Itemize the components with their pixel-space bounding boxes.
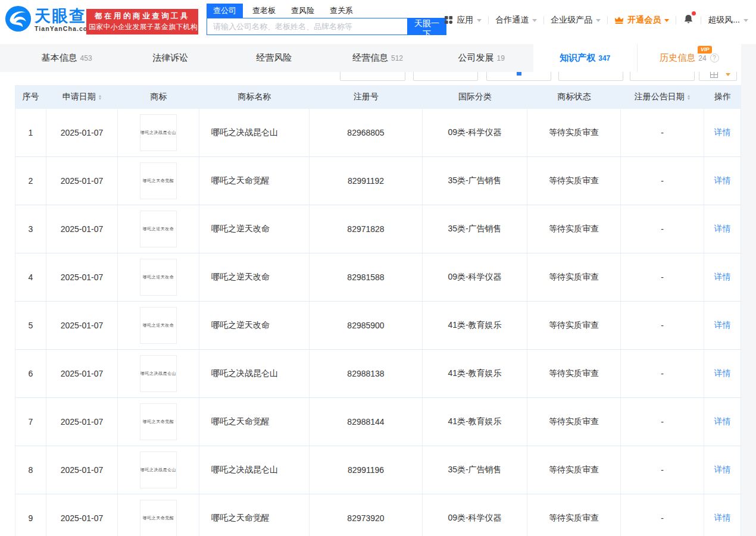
col-header-trademark-name: 商标名称 [199,85,310,109]
trademark-image[interactable]: 哪吒之决战昆仑山 [140,355,177,392]
sort-icon[interactable] [687,94,691,101]
search-input[interactable] [207,18,407,35]
cell-status: 等待实质审查 [527,398,621,446]
cell-trademark-image: 哪吒之决战昆仑山 [118,446,199,494]
nav-apps-label: 应用 [457,15,473,26]
cell-trademark-image: 哪吒之逆天改命 [118,302,199,349]
detail-link[interactable]: 详情 [714,272,731,283]
sort-icon[interactable] [98,94,102,101]
col-header-apply-date[interactable]: 申请日期 [46,85,118,109]
cell-action: 详情 [704,350,741,397]
col-header-publication-date[interactable]: 注册公告日期 [621,85,704,109]
trademark-image[interactable]: 哪吒之天命觉醒 [140,500,177,536]
cell-status: 等待实质审查 [527,109,621,156]
tab-intellectual-property[interactable]: 知识产权 347 [533,44,637,72]
tab-operation-risk[interactable]: 经营风险 [222,44,326,72]
cell-status: 等待实质审查 [527,253,621,301]
detail-link[interactable]: 详情 [714,368,731,379]
trademark-image[interactable]: 哪吒之逆天改命 [140,211,177,247]
cell-apply-date: 2025-01-07 [46,446,118,494]
cell-trademark-name: 哪吒之决战昆仑山 [199,350,310,397]
table-header-row: 序号 申请日期 商标 商标名称 注册号 国际分类 商标状态 注册公告日期 操作 [15,85,741,109]
cell-index: 6 [15,350,46,397]
tab-history-info[interactable]: VIP 历史信息 24 ? [637,44,741,72]
cell-apply-date: 2025-01-07 [46,350,118,397]
cell-index: 9 [15,494,46,536]
tab-count: 453 [80,54,92,62]
cell-action: 详情 [704,446,741,494]
tab-legal-litigation[interactable]: 法律诉讼 [118,44,222,72]
trademark-image[interactable]: 哪吒之逆天改命 [140,307,177,344]
tab-label: 历史信息 [660,52,695,64]
nav-apps[interactable]: 应用 [438,15,488,26]
trademark-image[interactable]: 哪吒之逆天改命 [140,259,177,296]
search-tab-relation[interactable]: 查关系 [330,5,353,16]
tab-label: 知识产权 [560,52,595,64]
table-row: 4 2025-01-07 哪吒之逆天改命 哪吒之逆天改命 82981588 09… [15,253,741,302]
cell-registration-no: 82991196 [310,446,423,494]
cell-intl-class: 41类-教育娱乐 [423,350,527,397]
table-row: 6 2025-01-07 哪吒之决战昆仑山 哪吒之决战昆仑山 82988138 … [15,350,741,398]
search-tab-company[interactable]: 查公司 [207,4,243,18]
nav-membership-label: 开通会员 [627,15,661,26]
cell-action: 详情 [704,157,741,205]
cell-trademark-image: 哪吒之逆天改命 [118,253,199,301]
logo-subtitle: TianYanCha.com [35,25,94,32]
tab-business-info[interactable]: 经营信息 512 [326,44,429,72]
detail-link[interactable]: 详情 [714,175,731,186]
trademark-image[interactable]: 哪吒之决战昆仑山 [140,114,177,151]
top-header: 天眼查 TianYanCha.com 都在用的商业查询工具 国家中小企业发展子基… [0,0,756,37]
tab-basic-info[interactable]: 基本信息 453 [15,44,118,72]
cell-trademark-name: 哪吒之逆天改命 [199,205,310,253]
cell-trademark-name: 哪吒之决战昆仑山 [199,109,310,156]
tab-company-development[interactable]: 公司发展 19 [430,44,533,72]
cell-intl-class: 09类-科学仪器 [423,109,527,156]
slogan-line1: 都在用的商业查询工具 [89,11,196,21]
trademark-image[interactable]: 哪吒之决战昆仑山 [140,452,177,488]
detail-link[interactable]: 详情 [714,513,731,524]
tab-label: 基本信息 [42,52,77,64]
col-header-registration-no: 注册号 [310,85,423,109]
chevron-down-icon [596,19,601,22]
detail-link[interactable]: 详情 [714,224,731,234]
nav-cooperation[interactable]: 合作通道 [489,15,543,26]
eye-logo-icon [5,5,32,35]
cell-trademark-image: 哪吒之逆天改命 [118,205,199,253]
nav-enterprise-products[interactable]: 企业级产品 [544,15,607,26]
cell-trademark-image: 哪吒之决战昆仑山 [118,109,199,156]
detail-link[interactable]: 详情 [714,127,731,138]
cell-trademark-name: 哪吒之逆天改命 [199,302,310,349]
tab-label: 经营风险 [256,52,292,64]
cell-trademark-image: 哪吒之天命觉醒 [118,494,199,536]
cell-registration-no: 82988138 [310,350,423,397]
detail-link[interactable]: 详情 [714,320,731,331]
col-header-index: 序号 [15,85,46,109]
cell-intl-class: 41类-教育娱乐 [423,398,527,446]
cell-trademark-image: 哪吒之天命觉醒 [118,398,199,446]
cell-publication-date: - [621,398,704,446]
search-tab-risk[interactable]: 查风险 [291,5,314,16]
cell-apply-date: 2025-01-07 [46,205,118,253]
cell-intl-class: 09类-科学仪器 [423,494,527,536]
nav-open-membership[interactable]: 开通会员 [608,15,676,26]
cell-registration-no: 82991192 [310,157,423,205]
trademark-image[interactable]: 哪吒之天命觉醒 [140,162,177,199]
cell-trademark-image: 哪吒之天命觉醒 [118,157,199,205]
search-tab-boss[interactable]: 查老板 [252,5,276,16]
page-gutter [741,72,756,536]
tianyancha-logo[interactable]: 天眼查 TianYanCha.com [5,5,94,35]
cell-publication-date: - [621,446,704,494]
nav-super-risk[interactable]: 超级风... [701,15,755,26]
detail-link[interactable]: 详情 [714,465,731,475]
chevron-down-icon [726,73,730,76]
detail-link[interactable]: 详情 [714,416,731,427]
cell-action: 详情 [704,109,741,156]
cell-trademark-image: 哪吒之决战昆仑山 [118,350,199,397]
trademark-image[interactable]: 哪吒之天命觉醒 [140,403,177,440]
notifications-bell[interactable] [676,14,701,26]
tab-label: 法律诉讼 [152,52,188,64]
cell-index: 7 [15,398,46,446]
chevron-down-icon [743,19,748,22]
help-icon[interactable]: ? [710,54,719,62]
table-row: 3 2025-01-07 哪吒之逆天改命 哪吒之逆天改命 82971828 35… [15,205,741,253]
